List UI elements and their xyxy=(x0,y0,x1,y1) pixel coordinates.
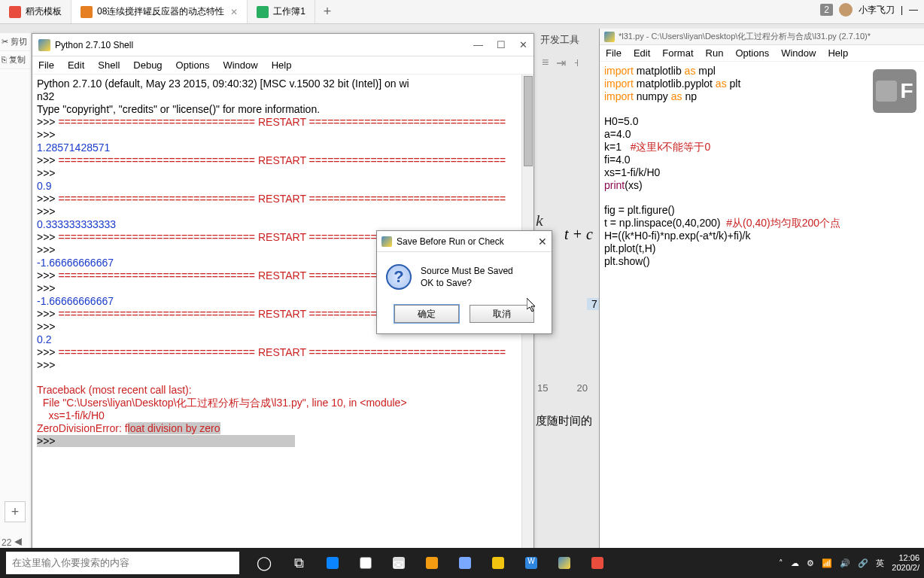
recorder-icon[interactable] xyxy=(581,548,614,578)
systray: ˄ ☁ ⚙ 📶 🔊 🔗 英 12:06 2020/2/ xyxy=(779,548,919,578)
formula-tc: t + c xyxy=(564,226,593,243)
menu-edit[interactable]: Edit xyxy=(634,47,650,59)
python-icon xyxy=(38,39,50,51)
min-icon[interactable]: — xyxy=(909,5,918,15)
taskbar-icons: ◯ ⧉ ✉ W xyxy=(247,548,614,578)
tab-ppt[interactable]: 08连续搅拌罐反应器的动态特性 ✕ xyxy=(71,0,248,23)
onedrive-icon[interactable]: ☁ xyxy=(791,558,799,568)
indent-icon[interactable]: ⇥ xyxy=(556,56,566,70)
ribbon-devtools[interactable]: 开发工具 xyxy=(540,33,579,47)
ok-button[interactable]: 确定 xyxy=(394,305,459,323)
menu-debug[interactable]: Debug xyxy=(133,59,162,71)
python-icon xyxy=(604,32,615,42)
tray-up-icon[interactable]: ˄ xyxy=(779,558,783,568)
maximize-button[interactable]: ☐ xyxy=(497,39,506,50)
menu-edit[interactable]: Edit xyxy=(68,59,84,71)
tab-daoke[interactable]: 稻壳模板 xyxy=(0,0,71,23)
shell-menubar: File Edit Shell Debug Options Window Hel… xyxy=(32,56,533,75)
list-icon[interactable]: ≡ xyxy=(542,56,549,70)
menu-file[interactable]: File xyxy=(606,47,622,59)
menu-file[interactable]: File xyxy=(38,59,54,71)
shell-title: Python 2.7.10 Shell xyxy=(55,40,473,50)
close-icon[interactable]: ✕ xyxy=(538,236,547,248)
chart-icon[interactable]: ⫞ xyxy=(573,56,579,70)
dialog-title: Save Before Run or Check xyxy=(397,236,538,247)
badge-letter: F xyxy=(900,79,913,103)
menu-options[interactable]: Options xyxy=(176,59,210,71)
slide-count: 22 ⯇ xyxy=(2,537,23,548)
idle-editor-window: *l31.py - C:\Users\liyan\Desktop\化工过程分析与… xyxy=(599,29,924,549)
taskview-icon[interactable]: ⧉ xyxy=(281,548,316,578)
app2-icon[interactable] xyxy=(448,548,482,578)
dialog-message: Source Must Be Saved OK to Save? xyxy=(421,265,513,289)
ime-icon[interactable]: 🔗 xyxy=(858,558,868,568)
network-icon[interactable]: ⚙ xyxy=(807,558,814,568)
username[interactable]: 小李飞刀 xyxy=(859,4,895,17)
notif-badge[interactable]: 2 xyxy=(820,4,833,16)
python-taskbar-icon[interactable] xyxy=(548,548,581,578)
save-before-run-dialog: Save Before Run or Check ✕ ? Source Must… xyxy=(376,230,552,334)
menu-window[interactable]: Window xyxy=(781,47,816,59)
edge-icon[interactable] xyxy=(316,548,349,578)
floating-badge[interactable]: F xyxy=(873,69,916,113)
clock[interactable]: 12:06 2020/2/ xyxy=(892,553,919,573)
copy-button[interactable]: ⎘ 复制 xyxy=(0,51,31,69)
menu-shell[interactable]: Shell xyxy=(98,59,120,71)
cortana-icon[interactable]: ◯ xyxy=(247,548,281,578)
menu-options[interactable]: Options xyxy=(735,47,769,59)
sheet-icon xyxy=(257,6,269,18)
tab-label: 工作簿1 xyxy=(273,5,305,18)
ppt-icon xyxy=(81,6,93,18)
tab-sheet[interactable]: 工作簿1 xyxy=(248,0,315,23)
close-icon[interactable]: ✕ xyxy=(230,7,238,17)
ime-lang[interactable]: 英 xyxy=(876,558,884,569)
menu-help[interactable]: Help xyxy=(272,59,292,71)
explorer-icon[interactable] xyxy=(482,548,515,578)
formula-k: k xyxy=(536,211,543,230)
cut-button[interactable]: ✂ 剪切 xyxy=(0,33,31,51)
tab-add-button[interactable]: + xyxy=(315,4,339,20)
volume-icon[interactable]: 🔊 xyxy=(840,558,850,568)
menu-window[interactable]: Window xyxy=(223,59,257,71)
taskbar: 在这里输入你要搜索的内容 ◯ ⧉ ✉ W ˄ ☁ ⚙ 📶 🔊 🔗 英 12:06… xyxy=(0,548,924,578)
editor-titlebar[interactable]: *l31.py - C:\Users\liyan\Desktop\化工过程分析与… xyxy=(600,29,924,45)
add-slide-button[interactable]: + xyxy=(5,501,26,522)
search-placeholder: 在这里输入你要搜索的内容 xyxy=(12,556,129,570)
cn-text-fragment: 度随时间的 xyxy=(536,414,592,428)
wifi-icon[interactable]: 📶 xyxy=(822,558,832,568)
editor-title: *l31.py - C:\Users\liyan\Desktop\化工过程分析与… xyxy=(619,31,871,42)
cancel-button[interactable]: 取消 xyxy=(470,305,534,323)
question-icon: ? xyxy=(386,264,412,290)
menu-run[interactable]: Run xyxy=(706,47,724,59)
avatar[interactable] xyxy=(839,3,853,17)
topright-area: 2 小李飞刀 | — xyxy=(820,3,918,17)
doc-icon xyxy=(9,6,21,18)
left-sidebar: ✂ 剪切 ⎘ 复制 + 22 ⯇ xyxy=(0,33,32,552)
minimize-button[interactable]: — xyxy=(473,39,483,50)
divider: | xyxy=(901,5,903,15)
dialog-titlebar[interactable]: Save Before Run or Check ✕ xyxy=(377,231,552,252)
dialog-body: ? Source Must Be Saved OK to Save? xyxy=(377,252,552,297)
menu-help[interactable]: Help xyxy=(828,47,848,59)
top-tab-bar: 稻壳模板 08连续搅拌罐反应器的动态特性 ✕ 工作簿1 + 2 小李飞刀 | — xyxy=(0,0,924,24)
tab-label: 08连续搅拌罐反应器的动态特性 xyxy=(97,5,224,18)
ribbon-icons: ≡ ⇥ ⫞ xyxy=(542,56,579,70)
search-input[interactable]: 在这里输入你要搜索的内容 xyxy=(6,552,239,574)
close-button[interactable]: ✕ xyxy=(519,39,527,50)
store-icon[interactable] xyxy=(349,548,382,578)
dialog-buttons: 确定 取消 xyxy=(377,297,552,333)
jar-icon xyxy=(876,81,897,102)
wps-icon[interactable]: W xyxy=(515,548,548,578)
mail-icon[interactable]: ✉ xyxy=(382,548,415,578)
axis-ticks: 15 20 xyxy=(537,382,588,394)
python-icon xyxy=(381,236,392,247)
tab-label: 稻壳模板 xyxy=(26,5,62,18)
editor-menubar: File Edit Format Run Options Window Help xyxy=(600,45,924,62)
shell-titlebar[interactable]: Python 2.7.10 Shell — ☐ ✕ xyxy=(32,34,533,56)
app1-icon[interactable] xyxy=(415,548,448,578)
scrollbar-thumb[interactable] xyxy=(524,76,533,166)
menu-format[interactable]: Format xyxy=(662,47,693,59)
window-buttons: — ☐ ✕ xyxy=(473,39,527,50)
